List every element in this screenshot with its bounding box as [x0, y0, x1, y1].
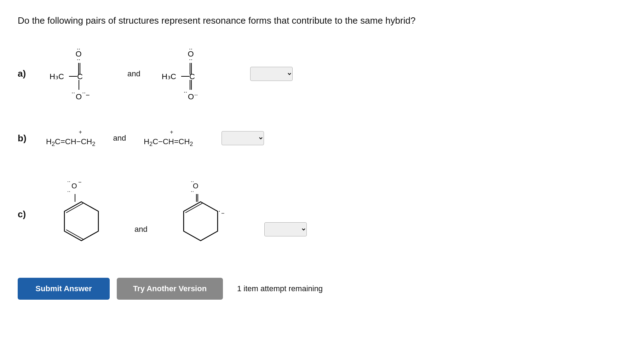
- part-a-and: and: [117, 69, 151, 78]
- svg-text:··: ··: [77, 56, 80, 63]
- part-a-row: a) ·· O ·· C H₃C: [18, 41, 603, 106]
- svg-text:·: ·: [218, 207, 220, 215]
- svg-text:−: −: [221, 210, 224, 216]
- part-b-row: b) + H2C=CH−CH2 and + H2C−CH=CH2 Yes No: [18, 121, 603, 156]
- structure-a1: ·· O ·· C H₃C ·· O ·· −: [46, 41, 110, 106]
- svg-line-40: [185, 203, 202, 213]
- part-c-and: and: [124, 196, 158, 234]
- submit-button[interactable]: Submit Answer: [18, 278, 110, 300]
- dropdown-c[interactable]: Yes No: [264, 222, 307, 236]
- part-a-structures: ·· O ·· C H₃C ·· O ·· −: [46, 41, 293, 106]
- svg-text:C: C: [189, 72, 195, 81]
- svg-text:H₃C: H₃C: [162, 72, 176, 81]
- svg-text:O: O: [76, 92, 82, 101]
- svg-marker-31: [64, 202, 98, 241]
- part-c-row: c) ·· O − ··: [18, 174, 603, 257]
- svg-text:··: ··: [189, 56, 192, 63]
- svg-text:··: ··: [194, 91, 198, 98]
- dropdown-a[interactable]: Yes No: [250, 67, 293, 81]
- svg-text:H₃C: H₃C: [50, 72, 64, 81]
- part-b-and: and: [102, 134, 137, 143]
- part-a-label: a): [18, 68, 46, 79]
- buttons-row: Submit Answer Try Another Version 1 item…: [18, 278, 603, 300]
- question-text: Do the following pairs of structures rep…: [18, 14, 603, 27]
- svg-text:C: C: [77, 72, 83, 81]
- part-c-structures: ·· O − ··: [46, 174, 307, 257]
- structure-b1: + H2C=CH−CH2: [46, 129, 95, 148]
- structure-b2: + H2C−CH=CH2: [144, 129, 193, 148]
- svg-text:··: ··: [191, 188, 194, 194]
- svg-line-32: [66, 203, 83, 213]
- attempt-remaining-text: 1 item attempt remaining: [237, 284, 323, 293]
- structure-c2: ·· O ·· · −: [165, 174, 236, 257]
- svg-text:··: ··: [184, 88, 187, 95]
- try-another-button[interactable]: Try Another Version: [117, 278, 223, 300]
- part-b-structures: + H2C=CH−CH2 and + H2C−CH=CH2 Yes No: [46, 129, 264, 148]
- svg-text:··: ··: [67, 178, 70, 184]
- svg-line-33: [66, 230, 83, 239]
- svg-text:··: ··: [67, 188, 70, 194]
- structure-a2: ·· O ·· C H₃C ·· O ··: [158, 41, 222, 106]
- structure-c1: ·· O − ··: [46, 174, 117, 257]
- svg-text:−: −: [78, 179, 81, 185]
- svg-text:−: −: [86, 91, 90, 99]
- svg-text:O: O: [71, 182, 77, 190]
- dropdown-b[interactable]: Yes No: [222, 131, 264, 145]
- svg-text:··: ··: [82, 89, 86, 96]
- part-c-label: c): [18, 174, 46, 220]
- svg-text:O: O: [188, 92, 194, 101]
- part-b-label: b): [18, 133, 46, 144]
- svg-marker-39: [184, 202, 218, 241]
- svg-text:··: ··: [71, 89, 75, 96]
